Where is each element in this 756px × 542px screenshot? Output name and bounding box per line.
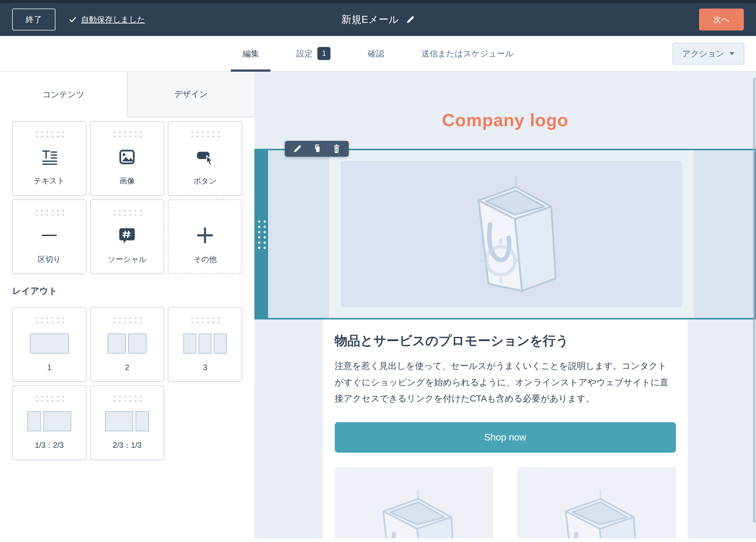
drag-dots-icon: [111, 394, 143, 402]
next-button[interactable]: 次へ: [699, 9, 744, 30]
email-canvas: Company logo: [254, 72, 756, 538]
image-placeholder-right[interactable]: [517, 467, 676, 538]
layout-label: 1/3：2/3: [35, 440, 64, 450]
block-tile-image[interactable]: 画像: [90, 121, 164, 196]
layout-3col-preview: [183, 324, 227, 363]
drag-dots-icon: [111, 208, 143, 216]
drag-dots-icon: [34, 208, 65, 216]
block-tile-button[interactable]: ボタン: [168, 121, 242, 196]
chevron-down-icon: [729, 52, 735, 55]
layout-1col-preview: [30, 324, 69, 363]
drag-dots-icon: [189, 129, 221, 138]
content-block-grid: テキスト 画像: [0, 117, 254, 274]
text-icon: [40, 138, 58, 176]
drag-dots-icon: [256, 218, 267, 250]
button-icon: [195, 138, 215, 176]
divider-icon: [40, 216, 58, 254]
hero-image-placeholder[interactable]: [341, 161, 682, 307]
promo-body-text[interactable]: 注意を惹く見出しを使って、セールスがうまくいくことを説明します。コンタクトがすぐ…: [335, 358, 676, 407]
check-icon: [69, 16, 77, 23]
sidebar-tab-content[interactable]: コンテンツ: [0, 72, 127, 117]
canvas-scrollbar[interactable]: [753, 78, 755, 523]
layout-label: 3: [203, 363, 207, 372]
layout-section-heading: レイアウト: [0, 274, 254, 303]
two-column-image-row: [335, 467, 676, 538]
editor-sidebar: コンテンツ デザイン テキスト: [0, 72, 254, 538]
top-bar: 終了 自動保存しました 新規Eメール 次へ: [0, 0, 756, 36]
block-label: ボタン: [193, 176, 217, 186]
drag-dots-icon: [34, 129, 65, 138]
plus-icon: [195, 216, 215, 254]
email-title: 新規Eメール: [341, 13, 399, 27]
settings-badge: 1: [317, 47, 330, 60]
block-tile-text[interactable]: テキスト: [12, 121, 87, 196]
drag-dots-icon: [34, 316, 65, 324]
layout-23-13-preview: [105, 402, 149, 440]
drag-dots-icon: [34, 394, 65, 402]
autosave-status: 自動保存しました: [69, 14, 145, 25]
block-tile-social[interactable]: ソーシャル: [90, 199, 164, 274]
autosave-label[interactable]: 自動保存しました: [81, 14, 145, 25]
layout-label: 2/3：1/3: [113, 440, 142, 450]
module-selection-frame: [268, 149, 756, 320]
drag-dots-icon: [111, 129, 143, 138]
tab-send-or-schedule[interactable]: 送信またはスケジュール: [410, 36, 525, 71]
shopping-bag-illustration: [551, 483, 642, 538]
tab-edit[interactable]: 編集: [231, 36, 270, 71]
layout-tile-one-third-two-thirds[interactable]: 1/3：2/3: [12, 385, 87, 460]
selected-image-module[interactable]: [254, 149, 756, 320]
block-label: テキスト: [34, 176, 65, 186]
exit-button[interactable]: 終了: [12, 9, 55, 30]
social-icon: [118, 216, 136, 254]
image-icon: [118, 138, 136, 176]
promo-heading[interactable]: 物品とサービスのプロモーションを行う: [335, 332, 676, 349]
layout-tile-two-thirds-one-third[interactable]: 2/3：1/3: [90, 385, 164, 460]
edit-title-pencil-icon[interactable]: [405, 15, 415, 24]
module-drag-handle[interactable]: [254, 149, 268, 320]
tab-settings[interactable]: 設定 1: [284, 36, 342, 71]
drag-dots-icon: [189, 316, 221, 324]
shopping-bag-illustration: [463, 170, 560, 298]
block-label: ソーシャル: [108, 254, 147, 264]
block-tile-more[interactable]: その他: [168, 199, 242, 274]
block-label: その他: [193, 254, 217, 264]
shop-now-button[interactable]: Shop now: [335, 422, 676, 453]
delete-module-icon[interactable]: [332, 144, 341, 153]
layout-2col-preview: [108, 324, 147, 363]
layout-grid: 1 2 3 1/3：2/3: [0, 303, 254, 460]
block-label: 区切り: [38, 254, 61, 264]
layout-tile-1col[interactable]: 1: [12, 307, 87, 382]
layout-label: 2: [125, 363, 129, 372]
workflow-tab-bar: 編集 設定 1 確認 送信またはスケジュール アクション: [0, 36, 756, 72]
tab-review[interactable]: 確認: [356, 36, 396, 71]
email-header-section[interactable]: Company logo: [254, 72, 756, 149]
layout-13-23-preview: [27, 402, 71, 440]
clone-module-icon[interactable]: [313, 144, 321, 153]
company-logo-text: Company logo: [442, 110, 568, 130]
sidebar-tab-design[interactable]: デザイン: [127, 72, 255, 117]
image-placeholder-left[interactable]: [335, 467, 493, 538]
actions-dropdown-button[interactable]: アクション: [673, 43, 744, 65]
block-label: 画像: [119, 176, 135, 186]
edit-module-icon[interactable]: [293, 144, 302, 153]
module-toolbar: [285, 141, 349, 157]
email-body-section: 物品とサービスのプロモーションを行う 注意を惹く見出しを使って、セールスがうまく…: [254, 320, 756, 538]
layout-tile-2col[interactable]: 2: [90, 307, 164, 382]
drag-dots-icon: [111, 316, 143, 324]
shopping-bag-illustration: [368, 483, 460, 538]
layout-tile-3col[interactable]: 3: [168, 307, 242, 382]
block-tile-divider[interactable]: 区切り: [12, 199, 87, 274]
layout-label: 1: [47, 363, 51, 372]
